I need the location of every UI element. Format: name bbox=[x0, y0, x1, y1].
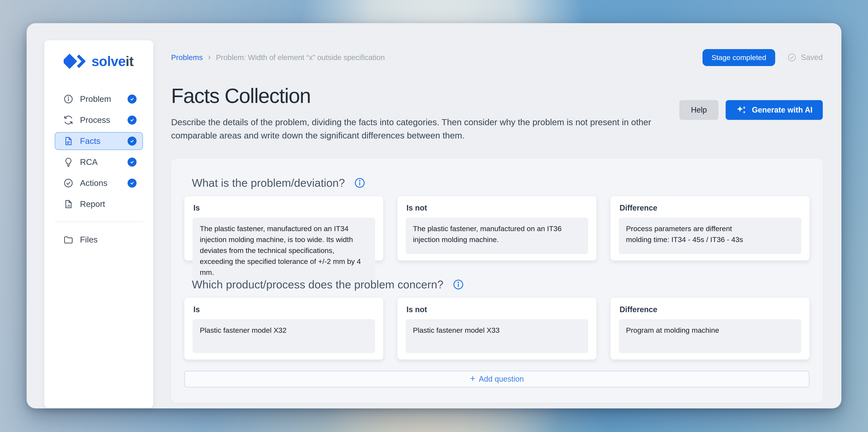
difference-field[interactable]: Process parameters are different molding… bbox=[619, 218, 801, 254]
add-question-label: Add question bbox=[479, 374, 524, 383]
page-description: Describe the details of the problem, div… bbox=[171, 116, 699, 142]
question-2-header: Which product/process does the problem c… bbox=[192, 278, 809, 291]
card-label: Is bbox=[193, 305, 375, 314]
question-2-cards: Is Plastic fastener model X32 Is not Pla… bbox=[184, 298, 809, 360]
lightbulb-icon bbox=[63, 157, 73, 167]
sidebar-item-facts[interactable]: Facts bbox=[55, 132, 143, 150]
info-icon[interactable] bbox=[453, 279, 464, 290]
is-card: Is Plastic fastener model X32 bbox=[184, 298, 383, 360]
check-circle-icon bbox=[63, 178, 73, 188]
card-label: Difference bbox=[620, 204, 801, 213]
completed-badge bbox=[128, 158, 136, 166]
breadcrumb-separator: › bbox=[208, 53, 211, 62]
completed-badge bbox=[128, 136, 136, 146]
breadcrumb: Problems › Problem: Width of element “x”… bbox=[171, 53, 385, 62]
card-label: Is bbox=[193, 204, 375, 213]
question-1-cards: Is The plastic fastener, manufactured on… bbox=[184, 196, 809, 260]
generate-with-ai-label: Generate with AI bbox=[752, 105, 812, 115]
sidebar-item-label: Facts bbox=[80, 136, 128, 146]
is-not-field[interactable]: Plastic fastener model X33 bbox=[406, 319, 588, 353]
sidebar: solveit Problem Process bbox=[44, 40, 153, 408]
sidebar-item-actions[interactable]: Actions bbox=[55, 174, 143, 192]
sidebar-item-label: Process bbox=[80, 115, 128, 125]
saved-status: Saved bbox=[787, 53, 823, 62]
card-label: Is not bbox=[406, 204, 588, 213]
question-title: Which product/process does the problem c… bbox=[192, 278, 443, 291]
sidebar-item-label: Problem bbox=[80, 94, 128, 104]
top-right-group: Stage completed Saved bbox=[703, 49, 823, 66]
main-content: Problems › Problem: Width of element “x”… bbox=[153, 23, 841, 408]
sidebar-item-label: Report bbox=[80, 199, 136, 209]
difference-card: Difference Program at molding machine bbox=[611, 298, 809, 360]
saved-label: Saved bbox=[801, 53, 823, 62]
sidebar-item-rca[interactable]: RCA bbox=[55, 153, 143, 171]
sidebar-item-problem[interactable]: Problem bbox=[55, 90, 143, 108]
document-icon bbox=[63, 136, 73, 146]
add-question-button[interactable]: + Add question bbox=[184, 371, 809, 388]
sidebar-divider bbox=[55, 222, 143, 222]
sidebar-item-label: Actions bbox=[80, 178, 128, 188]
folder-icon bbox=[63, 235, 73, 245]
logo-text: solveit bbox=[92, 53, 133, 69]
completed-badge bbox=[128, 179, 136, 188]
completed-badge bbox=[128, 95, 136, 103]
is-not-field[interactable]: The plastic fastener, manufactured on an… bbox=[406, 218, 588, 254]
is-field[interactable]: The plastic fastener, manufactured on an… bbox=[192, 218, 375, 283]
sidebar-item-label: Files bbox=[80, 235, 136, 244]
question-title: What is the problem/deviation? bbox=[192, 177, 345, 189]
generate-with-ai-button[interactable]: Generate with AI bbox=[726, 100, 823, 120]
info-icon bbox=[63, 94, 73, 104]
is-not-card: Is not Plastic fastener model X33 bbox=[398, 298, 596, 360]
card-label: Is not bbox=[406, 305, 588, 314]
is-card: Is The plastic fastener, manufactured on… bbox=[184, 196, 383, 260]
facts-section: What is the problem/deviation? Is The pl… bbox=[171, 158, 823, 403]
card-label: Difference bbox=[620, 305, 801, 314]
completed-badge bbox=[128, 116, 136, 125]
is-not-card: Is not The plastic fastener, manufacture… bbox=[398, 196, 596, 260]
sync-icon bbox=[63, 115, 73, 125]
logo-icon bbox=[64, 53, 87, 69]
page-actions: Help Generate with AI bbox=[679, 100, 823, 120]
app-window: solveit Problem Process bbox=[27, 23, 841, 408]
help-button[interactable]: Help bbox=[679, 100, 718, 120]
question-1-header: What is the problem/deviation? bbox=[192, 177, 809, 189]
sidebar-item-files[interactable]: Files bbox=[55, 231, 143, 249]
difference-card: Difference Process parameters are differ… bbox=[611, 196, 809, 260]
stage-completed-button[interactable]: Stage completed bbox=[703, 49, 775, 66]
sidebar-nav: Problem Process Facts bbox=[44, 90, 153, 213]
sidebar-item-report[interactable]: Report bbox=[55, 195, 143, 213]
is-field[interactable]: Plastic fastener model X32 bbox=[192, 319, 375, 353]
saved-check-icon bbox=[787, 53, 797, 62]
plus-icon: + bbox=[470, 373, 475, 384]
sidebar-item-label: RCA bbox=[80, 157, 128, 167]
difference-field[interactable]: Program at molding machine bbox=[619, 319, 801, 353]
breadcrumb-current: Problem: Width of element “x” outside sp… bbox=[216, 53, 385, 62]
top-bar: Problems › Problem: Width of element “x”… bbox=[171, 50, 823, 65]
breadcrumb-problems-link[interactable]: Problems bbox=[171, 53, 203, 62]
report-icon bbox=[63, 199, 73, 209]
sidebar-item-process[interactable]: Process bbox=[55, 111, 143, 129]
logo: solveit bbox=[64, 53, 153, 69]
sparkles-icon bbox=[736, 104, 747, 116]
info-icon[interactable] bbox=[354, 177, 366, 189]
